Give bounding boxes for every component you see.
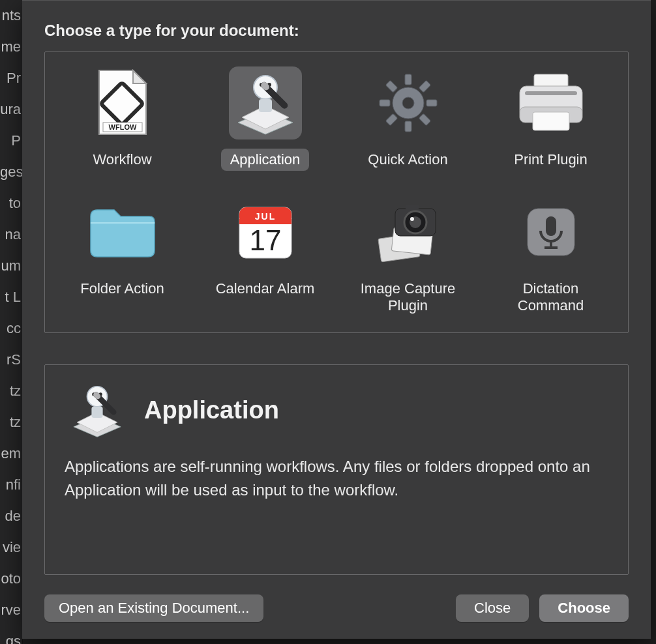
svg-rect-15 (405, 121, 411, 132)
calendar-icon: JUL 17 (229, 196, 302, 269)
printer-icon (514, 66, 588, 139)
type-application[interactable]: Application (200, 66, 331, 171)
svg-rect-38 (406, 205, 419, 210)
dialog-prompt: Choose a type for your document: (44, 22, 629, 40)
dialog-footer: Open an Existing Document... Close Choos… (44, 594, 629, 622)
workflow-icon: WFLOW (86, 66, 159, 139)
type-label: Folder Action (71, 278, 173, 300)
type-label: Calendar Alarm (207, 278, 324, 300)
svg-rect-16 (380, 100, 390, 106)
application-icon (65, 382, 130, 438)
svg-rect-17 (426, 100, 437, 106)
type-label: Workflow (83, 149, 160, 171)
type-calendar-alarm[interactable]: JUL 17 Calendar Alarm (200, 196, 331, 317)
document-type-grid: WFLOW Workflow (57, 66, 616, 317)
type-label: Print Plugin (505, 149, 597, 171)
svg-text:JUL: JUL (254, 211, 275, 222)
application-icon (229, 66, 302, 139)
camera-icon (372, 196, 445, 269)
close-button[interactable]: Close (456, 594, 529, 622)
svg-rect-25 (533, 112, 569, 130)
type-dictation-command[interactable]: Dictation Command (485, 196, 616, 317)
folder-icon (86, 196, 159, 269)
gear-icon (372, 66, 445, 139)
document-type-grid-frame: WFLOW Workflow (44, 51, 629, 333)
description-panel: Application Applications are self-runnin… (44, 364, 629, 575)
type-print-plugin[interactable]: Print Plugin (485, 66, 616, 171)
svg-point-13 (402, 97, 414, 109)
type-quick-action[interactable]: Quick Action (342, 66, 473, 171)
svg-rect-9 (259, 99, 272, 112)
type-workflow[interactable]: WFLOW Workflow (57, 66, 188, 171)
description-title: Application (144, 396, 279, 424)
type-label: Quick Action (359, 149, 456, 171)
svg-rect-21 (419, 113, 430, 125)
type-folder-action[interactable]: Folder Action (57, 196, 188, 317)
new-document-dialog: Choose a type for your document: WFLOW W… (22, 0, 651, 639)
svg-rect-14 (405, 74, 411, 85)
svg-rect-20 (385, 80, 397, 92)
background-sidebar: nts me Pr ura P ges to na um t L cc rS t… (0, 0, 23, 644)
svg-point-37 (410, 217, 414, 221)
svg-rect-19 (385, 113, 397, 125)
type-label: Dictation Command (485, 278, 616, 317)
microphone-icon (514, 196, 588, 269)
svg-rect-48 (91, 407, 102, 418)
open-existing-button[interactable]: Open an Existing Document... (44, 594, 263, 622)
description-body: Applications are self-running workflows.… (65, 455, 608, 502)
svg-rect-18 (419, 80, 430, 92)
type-image-capture-plugin[interactable]: Image Capture Plugin (342, 196, 473, 317)
svg-rect-22 (534, 74, 568, 87)
svg-rect-40 (546, 216, 556, 236)
type-label: Application (221, 149, 310, 171)
svg-text:17: 17 (249, 224, 281, 256)
choose-button[interactable]: Choose (539, 594, 629, 622)
svg-rect-26 (525, 91, 577, 95)
type-label: Image Capture Plugin (342, 278, 473, 317)
svg-text:WFLOW: WFLOW (108, 123, 136, 131)
